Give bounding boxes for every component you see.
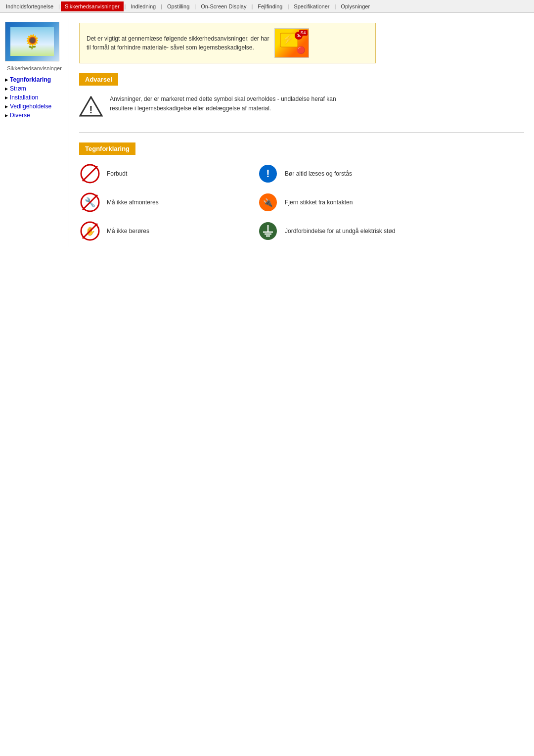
nav-indholdsfortegnelse[interactable]: Indholdsfortegnelse	[2, 1, 57, 11]
navigation-bar: Indholdsfortegnelse | Sikkerhedsanvisnin…	[0, 0, 534, 13]
warning-line1: Det er vigtigt at gennemlæse følgende si…	[87, 35, 269, 42]
sidebar-link-tegnforklaring[interactable]: Tegnforklaring	[5, 76, 64, 83]
tegnforklaring-section: Tegnforklaring Forbudt	[79, 142, 524, 242]
nav-sep-2: |	[124, 3, 127, 9]
forbidden-icon	[79, 163, 101, 185]
sidebar-link-vedligeholdelse[interactable]: Vedligeholdelse	[5, 103, 64, 110]
advarsel-block: Advarsel ! Anvisninger, der er markeret …	[79, 73, 524, 133]
forbidden-label: Forbudt	[107, 170, 127, 177]
read-label: Bør altid læses og forstås	[285, 170, 352, 177]
nav-sep-1: |	[57, 3, 61, 9]
unplug-svg: 🔌	[258, 192, 278, 212]
symbol-ground: Jordforbindelse for at undgå elektrisk s…	[257, 220, 425, 242]
nav-sikkerhedsanvisninger[interactable]: Sikkerhedsanvisninger	[61, 1, 124, 11]
symbol-unplug: 🔌 Fjern stikket fra kontakten	[257, 191, 425, 213]
nav-indledning[interactable]: Indledning	[127, 1, 160, 11]
ground-icon	[257, 220, 279, 242]
nav-specifikationer[interactable]: Specifikationer	[290, 1, 333, 11]
advarsel-header: Advarsel	[79, 73, 118, 86]
warning-image-box: S4 ⚡ ✕ 🔴	[274, 28, 309, 58]
warning-info-text: Det er vigtigt at gennemlæse følgende si…	[87, 34, 269, 52]
sidebar-image-inner: 🌻	[10, 27, 54, 56]
nav-fejlfinding[interactable]: Fejlfinding	[254, 1, 286, 11]
svg-text:!: !	[266, 167, 269, 180]
sidebar-link-strom[interactable]: Strøm	[5, 85, 64, 92]
symbol-forbidden: Forbudt	[79, 163, 247, 185]
advarsel-text: Anvisninger, der er markeret med dette s…	[110, 94, 336, 113]
ground-label: Jordforbindelse for at undgå elektrisk s…	[285, 228, 395, 235]
symbol-grid: Forbudt ! Bør altid læses og forstås	[79, 163, 425, 242]
sidebar-image: 🌻	[5, 22, 59, 61]
nav-sep-7: |	[334, 3, 337, 9]
symbol-no-disassemble: 🔧 Må ikke afmonteres	[79, 191, 247, 213]
warning-badge: S4	[299, 30, 308, 36]
triangle-svg: !	[79, 96, 103, 117]
sidebar-link-diverse[interactable]: Diverse	[5, 112, 64, 119]
warning-line2: til formål at forhindre materiale- såvel…	[87, 44, 254, 51]
no-disassemble-svg: 🔧	[80, 192, 100, 212]
symbol-no-touch: ✋ Må ikke berøres	[79, 220, 247, 242]
warning-triangle-icon: !	[79, 94, 103, 118]
nav-sep-5: |	[250, 3, 254, 9]
svg-text:⚡: ⚡	[282, 33, 294, 45]
advarsel-line1: Anvisninger, der er markeret med dette s…	[110, 95, 336, 102]
svg-text:🔴: 🔴	[297, 46, 305, 54]
nav-oplysninger[interactable]: Oplysninger	[337, 1, 374, 11]
exclamation-svg: !	[258, 164, 278, 184]
warning-info-box: Det er vigtigt at gennemlæse følgende si…	[79, 23, 376, 63]
exclamation-circle-icon: !	[257, 163, 279, 185]
ground-svg	[258, 221, 278, 241]
no-touch-icon: ✋	[79, 220, 101, 242]
sidebar: 🌻 Sikkerhedsanvisninger Tegnforklaring S…	[0, 18, 69, 247]
nav-sep-4: |	[193, 3, 197, 9]
forbidden-svg	[80, 164, 100, 184]
no-disassemble-icon: 🔧	[79, 191, 101, 213]
flower-icon: 🌻	[24, 34, 41, 50]
no-touch-svg: ✋	[80, 221, 100, 241]
advarsel-line2: resultere i legemsbeskadigelse eller øde…	[110, 105, 271, 112]
advarsel-content: ! Anvisninger, der er markeret med dette…	[79, 91, 524, 122]
no-touch-label: Må ikke berøres	[107, 228, 149, 235]
sidebar-link-installation[interactable]: Installation	[5, 94, 64, 101]
nav-sep-3: |	[160, 3, 163, 9]
content-area: Det er vigtigt at gennemlæse følgende si…	[69, 18, 534, 247]
tegnforklaring-header: Tegnforklaring	[79, 142, 135, 155]
nav-opstilling[interactable]: Opstilling	[163, 1, 193, 11]
nav-on-screen-display[interactable]: On-Screen Display	[197, 1, 250, 11]
unplug-icon: 🔌	[257, 191, 279, 213]
nav-sep-6: |	[286, 3, 290, 9]
svg-text:!: !	[89, 103, 92, 116]
unplug-label: Fjern stikket fra kontakten	[285, 199, 353, 206]
svg-text:🔌: 🔌	[263, 198, 273, 207]
symbol-read: ! Bør altid læses og forstås	[257, 163, 425, 185]
main-layout: 🌻 Sikkerhedsanvisninger Tegnforklaring S…	[0, 13, 534, 252]
sidebar-image-label: Sikkerhedsanvisninger	[5, 65, 64, 71]
no-disassemble-label: Må ikke afmonteres	[107, 199, 159, 206]
